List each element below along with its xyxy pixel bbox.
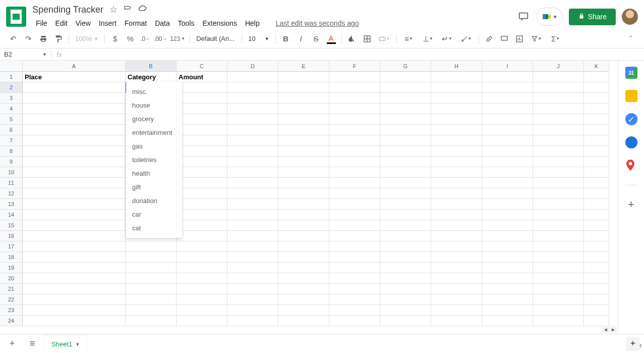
cell[interactable]: [482, 220, 533, 231]
cell[interactable]: [482, 167, 533, 178]
cell[interactable]: [23, 178, 126, 188]
cell[interactable]: [23, 231, 126, 241]
cell[interactable]: [23, 125, 126, 135]
cell[interactable]: [482, 93, 533, 104]
sheet-tab[interactable]: Sheet1▼: [44, 335, 87, 352]
formula-bar[interactable]: [67, 48, 644, 60]
cell[interactable]: [482, 210, 533, 220]
cell[interactable]: [533, 188, 584, 199]
cell[interactable]: [177, 114, 227, 125]
cell[interactable]: [177, 82, 227, 93]
cell[interactable]: [23, 284, 126, 294]
cell[interactable]: [431, 199, 482, 210]
cell[interactable]: [380, 72, 431, 82]
cell[interactable]: [177, 252, 227, 263]
cell[interactable]: [278, 241, 329, 252]
cell[interactable]: [177, 231, 227, 241]
show-sidepanel-button[interactable]: ‹: [639, 341, 642, 350]
col-header[interactable]: F: [329, 61, 380, 72]
dropdown-item[interactable]: toiletries: [126, 153, 182, 167]
cell[interactable]: [584, 220, 609, 231]
menu-view[interactable]: View: [72, 17, 94, 29]
cell[interactable]: [329, 220, 380, 231]
cell[interactable]: [329, 231, 380, 241]
cell[interactable]: [533, 199, 584, 210]
cell[interactable]: [584, 273, 609, 284]
cell[interactable]: [227, 305, 278, 316]
collapse-toolbar-button[interactable]: ˆ: [624, 32, 638, 46]
cell[interactable]: [227, 316, 278, 326]
cell[interactable]: [380, 104, 431, 114]
cell[interactable]: [533, 263, 584, 273]
cell[interactable]: [431, 188, 482, 199]
menu-edit[interactable]: Edit: [52, 17, 71, 29]
cell[interactable]: [227, 82, 278, 93]
cell[interactable]: [177, 294, 227, 305]
col-header[interactable]: K: [584, 61, 609, 72]
cell[interactable]: [177, 305, 227, 316]
cell[interactable]: [533, 82, 584, 93]
cell[interactable]: [329, 188, 380, 199]
comment-button[interactable]: [497, 32, 511, 46]
cell[interactable]: [584, 146, 609, 157]
calendar-icon[interactable]: 31: [625, 67, 637, 79]
cell[interactable]: [23, 220, 126, 231]
cell[interactable]: [380, 125, 431, 135]
menu-file[interactable]: File: [32, 17, 51, 29]
row-header[interactable]: 16: [0, 231, 23, 241]
name-box[interactable]: B2▼: [0, 51, 51, 58]
cell[interactable]: [177, 220, 227, 231]
cell[interactable]: [278, 178, 329, 188]
cell[interactable]: [126, 273, 177, 284]
row-header[interactable]: 8: [0, 146, 23, 157]
col-header[interactable]: J: [533, 61, 584, 72]
cell[interactable]: [278, 82, 329, 93]
cell[interactable]: [278, 252, 329, 263]
fill-color-button[interactable]: [345, 32, 359, 46]
cell[interactable]: [177, 104, 227, 114]
cell[interactable]: [329, 305, 380, 316]
col-header[interactable]: E: [278, 61, 329, 72]
cell[interactable]: [584, 231, 609, 241]
cell[interactable]: [177, 188, 227, 199]
cell[interactable]: [23, 305, 126, 316]
font-size-select[interactable]: 10▼: [245, 35, 272, 42]
cell[interactable]: [329, 146, 380, 157]
cell[interactable]: [227, 114, 278, 125]
link-button[interactable]: [482, 32, 496, 46]
row-header[interactable]: 5: [0, 114, 23, 125]
cell[interactable]: [584, 125, 609, 135]
cell[interactable]: Amount: [177, 72, 227, 82]
cell[interactable]: [23, 135, 126, 146]
cell[interactable]: [23, 263, 126, 273]
dropdown-item[interactable]: entertainment: [126, 126, 182, 139]
col-header[interactable]: C: [177, 61, 227, 72]
row-header[interactable]: 12: [0, 188, 23, 199]
cell[interactable]: [431, 114, 482, 125]
col-header[interactable]: I: [482, 61, 533, 72]
cell[interactable]: [177, 93, 227, 104]
cell[interactable]: [380, 93, 431, 104]
cell[interactable]: [329, 252, 380, 263]
cell[interactable]: [482, 263, 533, 273]
redo-button[interactable]: ↷: [21, 32, 35, 46]
cell[interactable]: [482, 188, 533, 199]
cell[interactable]: [533, 93, 584, 104]
cell[interactable]: [533, 241, 584, 252]
row-header[interactable]: 20: [0, 273, 23, 284]
cell[interactable]: [23, 199, 126, 210]
all-sheets-button[interactable]: ≡: [24, 336, 40, 352]
cell[interactable]: [329, 104, 380, 114]
row-header[interactable]: 4: [0, 104, 23, 114]
italic-button[interactable]: I: [294, 32, 308, 46]
cell[interactable]: Category: [126, 72, 177, 82]
select-all-corner[interactable]: [0, 61, 23, 72]
zoom-select[interactable]: 100%▼: [72, 35, 101, 42]
more-formats-button[interactable]: 123▼: [168, 32, 187, 46]
cell[interactable]: [431, 284, 482, 294]
sheets-logo[interactable]: [6, 7, 26, 27]
cell[interactable]: [177, 178, 227, 188]
cell[interactable]: [329, 93, 380, 104]
print-button[interactable]: [36, 32, 50, 46]
cell[interactable]: [23, 252, 126, 263]
